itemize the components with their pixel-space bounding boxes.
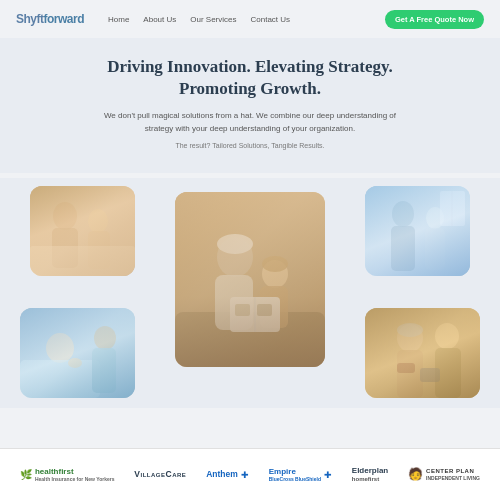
logo-accent: forward — [44, 12, 85, 26]
hero-title: Driving Innovation. Elevating Strategy. … — [16, 56, 484, 100]
svg-rect-21 — [230, 297, 280, 332]
elderplan-name: Elderplan — [352, 466, 388, 476]
svg-point-19 — [262, 256, 288, 272]
svg-point-33 — [397, 323, 423, 337]
centerplan-name: CENTER PLAN — [426, 468, 480, 475]
svg-point-18 — [262, 260, 288, 288]
svg-rect-10 — [425, 228, 445, 270]
svg-rect-0 — [30, 186, 135, 276]
svg-point-26 — [46, 333, 74, 363]
hero-subtitle: We don't pull magical solutions from a h… — [90, 110, 410, 136]
empire-cross-icon: ✚ — [324, 470, 332, 480]
svg-point-3 — [88, 209, 108, 233]
anthem-cross-icon: ✚ — [241, 470, 249, 480]
anthem-name: Anthem — [206, 469, 238, 479]
svg-rect-13 — [175, 192, 325, 367]
svg-rect-14 — [175, 312, 325, 367]
photo-doctor-patient — [365, 186, 470, 276]
empire-sub: BlueCross BlueShield — [269, 476, 321, 482]
svg-point-1 — [53, 202, 77, 230]
svg-rect-34 — [397, 350, 423, 398]
nav-services[interactable]: Our Services — [190, 15, 236, 24]
svg-point-28 — [94, 326, 116, 350]
photo-collage — [0, 178, 500, 408]
svg-rect-2 — [52, 228, 78, 268]
svg-rect-4 — [88, 231, 110, 269]
svg-rect-17 — [215, 275, 253, 330]
svg-point-30 — [68, 358, 82, 368]
logo-text: Shyft — [16, 12, 44, 26]
svg-point-16 — [217, 234, 253, 254]
svg-rect-37 — [397, 363, 415, 373]
logo-empire: Empire BlueCross BlueShield ✚ — [269, 467, 332, 483]
logos-section: 🌿 healthfirst Health Insurance for New Y… — [0, 448, 500, 500]
nav-contact[interactable]: Contact Us — [251, 15, 291, 24]
svg-rect-27 — [20, 360, 100, 398]
logo-elderplan: Elderplan homefirst — [352, 466, 388, 483]
logo: Shyftforward — [16, 12, 84, 26]
svg-rect-24 — [257, 304, 272, 316]
svg-rect-8 — [391, 226, 415, 271]
svg-point-35 — [435, 323, 459, 349]
get-quote-button[interactable]: Get A Free Quote Now — [385, 10, 484, 29]
elderplan-sub: homefirst — [352, 476, 388, 483]
logo-centerplan: 🧑 CENTER PLAN INDEPENDENT LIVING — [408, 467, 480, 482]
centerplan-icon: 🧑 — [408, 467, 423, 482]
svg-point-7 — [392, 201, 414, 227]
healthfirst-sub: Health Insurance for New Yorkers — [35, 476, 115, 482]
svg-rect-36 — [435, 348, 461, 398]
svg-rect-31 — [365, 308, 480, 398]
photo-caregiver — [20, 308, 135, 398]
photo-elderly-couple — [30, 186, 135, 276]
nav-home[interactable]: Home — [108, 15, 129, 24]
empire-name: Empire — [269, 467, 321, 477]
svg-rect-6 — [365, 186, 470, 276]
svg-rect-20 — [260, 286, 288, 328]
navbar: Shyftforward Home About Us Our Services … — [0, 0, 500, 38]
svg-rect-38 — [420, 368, 440, 382]
svg-rect-11 — [440, 191, 465, 226]
healthfirst-icon: 🌿 — [20, 469, 32, 480]
photo-nurse-patient — [365, 308, 480, 398]
hero-section: Driving Innovation. Elevating Strategy. … — [0, 38, 500, 173]
nav-about[interactable]: About Us — [143, 15, 176, 24]
logo-healthfirst: 🌿 healthfirst Health Insurance for New Y… — [20, 467, 115, 483]
centerplan-sub: INDEPENDENT LIVING — [426, 475, 480, 481]
svg-rect-5 — [30, 246, 135, 276]
svg-point-32 — [397, 324, 423, 352]
photo-grandfather-granddaughter — [175, 192, 325, 367]
svg-point-9 — [426, 207, 444, 229]
nav-links: Home About Us Our Services Contact Us — [108, 15, 290, 24]
svg-rect-29 — [92, 348, 116, 393]
logo-villagecare: VillageCare — [134, 469, 186, 479]
svg-rect-25 — [20, 308, 135, 398]
svg-rect-23 — [235, 304, 250, 316]
villagecare-name: VillageCare — [134, 469, 186, 479]
svg-point-15 — [217, 237, 253, 277]
healthfirst-name: healthfirst — [35, 467, 115, 477]
logo-anthem: Anthem ✚ — [206, 469, 249, 479]
hero-tagline: The result? Tailored Solutions, Tangible… — [16, 142, 484, 149]
